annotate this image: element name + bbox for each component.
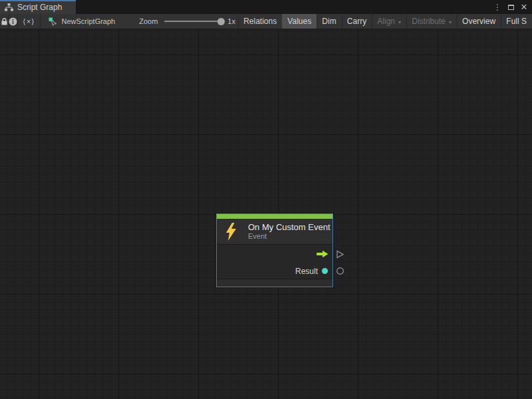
- graph-asset-icon: [49, 17, 57, 26]
- zoom-label: Zoom: [139, 17, 158, 25]
- relations-button[interactable]: Relations: [238, 14, 282, 29]
- flow-arrow-icon: [317, 250, 329, 258]
- node-body: Result: [217, 245, 332, 279]
- graph-hierarchy-icon: [5, 3, 13, 11]
- values-button[interactable]: Values: [282, 14, 317, 29]
- code-preview-button[interactable]: ⟨×⟩: [17, 14, 40, 29]
- carry-button[interactable]: Carry: [342, 14, 372, 29]
- fullscreen-button[interactable]: Full S: [501, 14, 532, 29]
- chevron-down-icon: ▾: [398, 19, 401, 25]
- lock-icon: [0, 17, 9, 26]
- script-graph-window: Script Graph ⋮ ✕ ⟨×⟩: [0, 0, 532, 399]
- value-dot-icon: [322, 268, 328, 274]
- tab-script-graph[interactable]: Script Graph: [0, 0, 76, 14]
- node-on-my-custom-event[interactable]: On My Custom Event Event Result: [216, 213, 333, 287]
- distribute-dropdown[interactable]: Distribute ▾: [406, 14, 457, 29]
- overview-button[interactable]: Overview: [457, 14, 501, 29]
- result-port-label: Result: [295, 267, 318, 276]
- tab-label: Script Graph: [17, 3, 62, 12]
- value-output-row: Result: [217, 263, 332, 279]
- info-icon: [9, 17, 17, 26]
- dim-button[interactable]: Dim: [317, 14, 341, 29]
- window-controls: ⋮ ✕: [492, 0, 529, 14]
- graph-name-label: NewScriptGraph: [62, 17, 116, 25]
- menu-icon[interactable]: ⋮: [492, 1, 503, 13]
- tab-strip: Script Graph ⋮ ✕: [0, 0, 532, 14]
- flow-output-port[interactable]: [336, 250, 344, 259]
- node-subtitle: Event: [248, 232, 331, 241]
- flow-output-row: [217, 245, 332, 263]
- zoom-slider-handle[interactable]: [217, 18, 225, 25]
- zoom-slider[interactable]: [164, 21, 223, 22]
- event-bolt-icon: [225, 223, 237, 241]
- chevron-down-icon: ▾: [449, 19, 452, 25]
- maximize-icon[interactable]: [505, 1, 516, 13]
- zoom-control: Zoom 1x: [139, 14, 238, 29]
- graph-reference[interactable]: NewScriptGraph: [41, 14, 121, 29]
- node-footer: [217, 279, 332, 287]
- info-button[interactable]: [9, 14, 17, 29]
- lock-button[interactable]: [0, 14, 9, 29]
- close-icon[interactable]: ✕: [519, 1, 529, 13]
- graph-canvas[interactable]: On My Custom Event Event Result: [0, 29, 532, 399]
- toolbar: ⟨×⟩ NewScriptGraph Zoom 1x Relations Val…: [0, 14, 532, 29]
- node-title: On My Custom Event: [248, 222, 331, 232]
- align-dropdown[interactable]: Align ▾: [372, 14, 406, 29]
- zoom-value: 1x: [227, 17, 235, 25]
- value-output-port[interactable]: [336, 267, 344, 275]
- node-header[interactable]: On My Custom Event Event: [217, 219, 332, 244]
- node-color-bar: [217, 214, 332, 219]
